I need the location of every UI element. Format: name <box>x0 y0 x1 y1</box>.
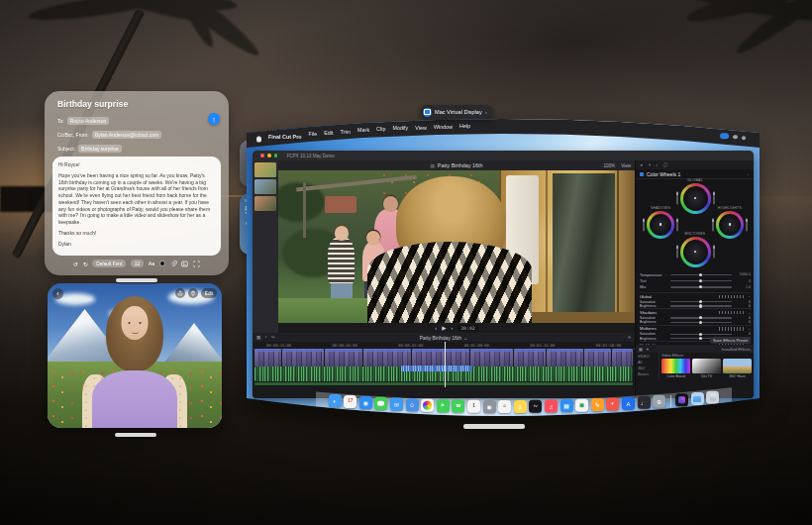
dock-facetime[interactable]: ▶ <box>437 399 450 412</box>
timeline-settings-icon[interactable]: ≡ <box>628 335 631 340</box>
slider-knob[interactable] <box>699 300 702 303</box>
mac-virtual-display-pill[interactable]: Mac Virtual Display › <box>420 105 493 119</box>
dock-app-store[interactable]: A <box>622 397 635 410</box>
scan-document-icon[interactable] <box>193 261 200 267</box>
slider-knob[interactable] <box>699 337 702 340</box>
previous-frame-button[interactable]: ‹ <box>435 325 437 331</box>
slider-track[interactable] <box>670 317 732 318</box>
dock-trash[interactable] <box>706 391 719 404</box>
redo-button[interactable]: ↻ <box>83 261 88 267</box>
back-button[interactable]: ‹ <box>52 288 63 299</box>
slider-knob[interactable] <box>699 316 702 319</box>
edit-button[interactable]: Edit <box>201 288 217 298</box>
menu-file[interactable]: File <box>309 131 318 137</box>
timeline-clip[interactable] <box>470 349 513 367</box>
slider-track[interactable] <box>670 301 732 302</box>
dock-numbers[interactable]: ▅ <box>575 399 588 412</box>
color-tab-icon[interactable]: ◔ <box>648 162 651 167</box>
slider-track[interactable] <box>670 274 732 275</box>
music-track[interactable] <box>254 382 633 385</box>
dock-notes[interactable]: ≡ <box>514 400 527 413</box>
wifi-icon[interactable] <box>742 136 747 141</box>
play-button[interactable]: ▶ <box>442 325 446 331</box>
wheel-bar-left[interactable] <box>712 218 714 231</box>
dock-messages[interactable] <box>374 397 387 410</box>
menu-mark[interactable]: Mark <box>357 127 369 133</box>
save-effects-preset-button[interactable]: Save Effects Preset <box>710 337 751 344</box>
mail-body-editor[interactable]: Hi Royce!Hope you've been having a nice … <box>52 157 221 256</box>
mail-from-row[interactable]: Cc/Bcc, From: Dylan.Anderson@icloud.com <box>57 131 161 139</box>
effect-360-haze[interactable]: 360° Haze <box>723 359 752 378</box>
section-global[interactable]: Global⌄ <box>640 292 751 300</box>
final-cut-pro-window[interactable]: FCPX 10.13 May Demo ▤ Patty Birthday 16t… <box>253 151 754 398</box>
audio-tab-icon[interactable]: ♪ <box>656 162 658 167</box>
timeline-clip[interactable] <box>282 349 325 367</box>
menu-clip[interactable]: Clip <box>376 126 385 132</box>
slider-knob[interactable] <box>699 273 702 276</box>
wheel-center-dot[interactable] <box>729 223 732 226</box>
chevron-right-icon[interactable]: › <box>485 109 487 115</box>
share-icon[interactable] <box>175 288 185 298</box>
slider-track[interactable] <box>670 322 732 323</box>
menu-window[interactable]: Window <box>434 124 453 130</box>
timeline-clip[interactable] <box>363 349 411 367</box>
minimize-button[interactable] <box>267 154 271 158</box>
fcp-browser-strip[interactable] <box>253 160 279 333</box>
timeline-playhead[interactable] <box>445 342 446 387</box>
control-center-icon[interactable] <box>733 135 738 140</box>
effect-50s-tv[interactable]: 50s TV <box>692 359 721 378</box>
chevron-down-icon[interactable]: ⌄ <box>463 335 467 341</box>
to-recipient[interactable]: Royce Anderson <box>67 117 110 125</box>
dock-music[interactable]: ♫ <box>545 400 558 413</box>
zoom-button[interactable] <box>274 154 278 158</box>
color-wheel-midtones[interactable]: Midtones <box>673 232 717 267</box>
zoom-level-dropdown[interactable]: 100% <box>603 163 615 168</box>
timeline-clip[interactable] <box>325 349 361 367</box>
slider-track[interactable] <box>670 334 732 335</box>
slider-track[interactable] <box>670 286 732 287</box>
fcp-viewer-video[interactable] <box>278 170 635 323</box>
dock-mail[interactable]: ✉ <box>390 398 403 411</box>
menu-final-cut-pro[interactable]: Final Cut Pro <box>268 134 302 140</box>
mail-compose-window[interactable]: Birthday surprise ↑ To: Royce Anderson C… <box>45 91 229 275</box>
view-dropdown[interactable]: View <box>621 163 631 168</box>
wheel-bar-right[interactable] <box>676 218 678 231</box>
text-style-button[interactable]: Aa <box>149 261 155 266</box>
subject-value[interactable]: Birthday surprise <box>78 145 122 153</box>
dock-rocket[interactable]: ➤ <box>606 398 619 411</box>
wheel-bar-right[interactable] <box>713 192 715 205</box>
apple-menu-icon[interactable] <box>256 137 261 143</box>
menu-trim[interactable]: Trim <box>341 129 352 135</box>
font-size-button[interactable]: 12 <box>131 260 144 267</box>
info-tab-icon[interactable]: ⓘ <box>662 162 667 167</box>
dock-phone[interactable]: ☎ <box>452 400 464 413</box>
timeline-clip[interactable] <box>254 349 281 367</box>
wheel-bar-left[interactable] <box>676 192 678 205</box>
photos-window-handle[interactable] <box>115 433 156 437</box>
slider-knob[interactable] <box>699 304 702 307</box>
dock-tv[interactable]: tv <box>529 400 542 413</box>
tools-icon[interactable]: ⌖ <box>264 335 267 340</box>
dock-calendar-day[interactable]: 1 <box>467 400 480 413</box>
checkbox-icon[interactable] <box>640 172 644 176</box>
wheel-bar-right[interactable] <box>713 246 715 259</box>
mail-subject-row[interactable]: Subject: Birthday surprise <box>57 145 122 153</box>
timeline-clip[interactable] <box>547 349 583 367</box>
slider-knob[interactable] <box>699 321 702 324</box>
slider-knob[interactable] <box>699 279 702 282</box>
dock-photo-booth[interactable]: ◉ <box>483 400 496 413</box>
dock-reminders[interactable]: ≡ <box>498 400 511 413</box>
insert-photo-icon[interactable] <box>181 261 188 267</box>
text-color-button[interactable] <box>159 261 166 267</box>
dock-settings[interactable]: ⚙ <box>653 395 665 408</box>
wheel-bar-right[interactable] <box>746 218 748 231</box>
slider-knob[interactable] <box>699 333 702 336</box>
dock-pages[interactable]: ✎ <box>591 398 604 411</box>
wheel-bar-left[interactable] <box>643 218 645 231</box>
from-address[interactable]: Dylan.Anderson@icloud.com <box>92 131 162 139</box>
mail-to-row[interactable]: To: Royce Anderson <box>57 117 109 125</box>
section-shadows[interactable]: Shadows⌄ <box>640 308 751 316</box>
photos-window[interactable]: ‹ Edit <box>48 283 222 428</box>
dock-keynote[interactable]: ▦ <box>560 399 573 412</box>
effects-browser-icon[interactable]: ▦ <box>639 347 643 352</box>
